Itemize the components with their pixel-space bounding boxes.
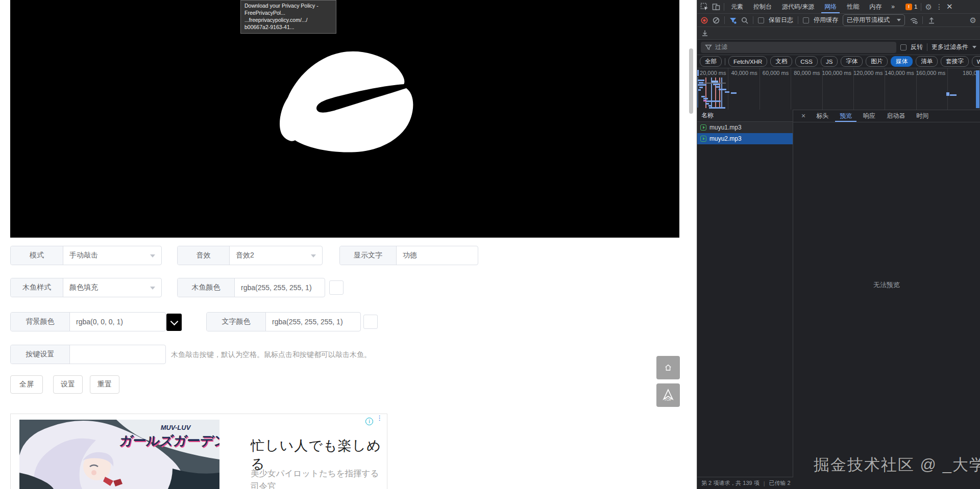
ad-illustration: MUV-LUV ガールズガーデン ガールズガーデン <box>19 420 219 489</box>
network-overview-timeline[interactable]: 20,000 ms40,000 ms60,000 ms80,000 ms100,… <box>697 68 980 110</box>
request-count-summary: 第 2 项请求，共 139 项 <box>701 479 760 487</box>
filter-chip-5[interactable]: 字体 <box>841 56 863 67</box>
filter-chip-4[interactable]: JS <box>821 56 838 67</box>
detail-tab-1[interactable]: 预览 <box>835 110 856 122</box>
filter-chip-1[interactable]: Fetch/XHR <box>728 56 767 67</box>
reset-button[interactable]: 重置 <box>90 375 119 394</box>
key-setting-group: 按键设置 <box>10 345 166 364</box>
request-row-1[interactable]: muyu2.mp3 <box>697 133 793 144</box>
detail-tab-2[interactable]: 响应 <box>859 110 880 122</box>
key-setting-input[interactable] <box>70 345 165 364</box>
ad-card[interactable]: MUV-LUV ガールズガーデン ガールズガーデン 忙しい人でも楽しめる 美少女… <box>10 414 387 489</box>
display-text-label: 显示文字 <box>340 246 397 265</box>
timeline-tick-label: 20,000 ms <box>700 70 726 76</box>
timeline-bar <box>950 94 957 96</box>
record-network-log-icon[interactable] <box>701 17 708 24</box>
filter-chip-6[interactable]: 图片 <box>866 56 888 67</box>
ad-info-icon[interactable]: i <box>365 418 373 425</box>
timeline-column-2: 60,000 ms <box>760 68 791 110</box>
devtools-tab-1[interactable]: 控制台 <box>750 0 775 13</box>
clear-network-log-icon[interactable] <box>713 17 720 24</box>
chevron-down-icon <box>150 287 155 290</box>
issues-button[interactable]: ! 1 <box>905 4 917 10</box>
tooltip-line: b00667a2-9163-41... <box>244 24 332 31</box>
devtools-tab-4[interactable]: 性能 <box>844 0 862 13</box>
divider <box>922 16 923 24</box>
display-text-input[interactable]: 功德 <box>397 246 478 265</box>
play-icon <box>703 137 705 140</box>
timeline-bar <box>697 77 698 108</box>
more-panels-button[interactable]: » <box>888 0 898 13</box>
timeline-tick-label: 180,0 <box>963 70 977 76</box>
request-table-header[interactable]: 名称 <box>697 110 793 122</box>
devtools-menu-icon[interactable]: ⋮ <box>936 3 943 11</box>
devtools-tab-5[interactable]: 内存 <box>866 0 885 13</box>
page-scrollbar-thumb[interactable] <box>689 48 693 114</box>
filter-chip-2[interactable]: 文档 <box>770 56 792 67</box>
back-to-top-button[interactable]: TOP <box>656 383 680 407</box>
export-har-icon[interactable] <box>701 29 709 37</box>
home-icon <box>664 364 672 372</box>
name-column-header: 名称 <box>701 111 714 120</box>
text-color-value: rgba(255, 255, 255, 1) <box>272 318 343 326</box>
audio-file-icon <box>700 136 706 142</box>
request-row-0[interactable]: muyu1.mp3 <box>697 122 793 133</box>
close-detail-icon[interactable]: × <box>797 112 810 120</box>
filter-chip-8[interactable]: 清单 <box>916 56 938 67</box>
text-color-input[interactable]: rgba(255, 255, 255, 1) <box>266 313 360 331</box>
bg-color-swatch[interactable] <box>166 314 182 331</box>
text-color-swatch[interactable] <box>363 315 378 329</box>
devtools-close-icon[interactable]: ✕ <box>946 2 953 11</box>
disable-cache-checkbox[interactable] <box>803 17 809 23</box>
detail-tab-3[interactable]: 启动器 <box>882 110 910 122</box>
devtools-panel: 元素控制台源代码/来源网络性能内存 » ! 1 ⚙ ⋮ ✕ <box>697 0 980 489</box>
inspect-element-icon[interactable] <box>700 3 708 11</box>
filter-chip-0[interactable]: 全部 <box>700 56 722 67</box>
request-type-chips: 全部Fetch/XHR文档CSSJS字体图片媒体清单套接字Wasm其他 <box>697 55 980 68</box>
devtools-tab-2[interactable]: 源代码/来源 <box>779 0 817 13</box>
filter-icon[interactable] <box>729 17 737 24</box>
import-har-icon[interactable] <box>927 16 936 24</box>
muyu-fish-graphic[interactable] <box>276 48 419 161</box>
fish-style-value: 颜色填充 <box>69 283 98 292</box>
filter-chip-9[interactable]: 套接字 <box>941 56 969 67</box>
settings-button[interactable]: 设置 <box>53 375 83 394</box>
filter-chip-3[interactable]: CSS <box>795 56 818 67</box>
fish-color-input[interactable]: rgba(255, 255, 255, 1) <box>235 278 325 297</box>
timeline-bar <box>708 105 711 107</box>
bg-color-input[interactable]: rgba(0, 0, 0, 1) <box>70 313 165 331</box>
devtools-settings-icon[interactable]: ⚙ <box>925 3 932 11</box>
timeline-bar <box>946 92 949 96</box>
network-settings-icon[interactable]: ⚙ <box>970 16 976 24</box>
preserve-log-label: 保留日志 <box>769 16 793 24</box>
text-color-label: 文字颜色 <box>207 313 266 331</box>
more-filters-button[interactable]: 更多过滤条件 <box>932 43 968 52</box>
search-icon[interactable] <box>741 17 748 24</box>
device-toolbar-icon[interactable] <box>712 3 720 11</box>
home-button[interactable] <box>656 356 680 379</box>
fish-color-swatch[interactable] <box>329 280 344 295</box>
invert-filter-checkbox[interactable] <box>900 44 906 50</box>
filter-chip-10[interactable]: Wasm <box>972 56 980 67</box>
ad-menu-icon[interactable]: ⋮ <box>376 417 381 420</box>
fullscreen-button[interactable]: 全屏 <box>10 375 43 394</box>
detail-tab-0[interactable]: 标头 <box>812 110 833 122</box>
filter-input[interactable]: 过滤 <box>701 42 896 53</box>
timeline-bar <box>719 78 720 108</box>
detail-tab-4[interactable]: 时间 <box>912 110 933 122</box>
fish-style-select[interactable]: 颜色填充 <box>63 278 161 297</box>
play-icon <box>703 126 705 129</box>
throttling-select[interactable]: 已停用节流模式 <box>843 14 905 26</box>
preserve-log-checkbox[interactable] <box>758 17 764 23</box>
sound-select[interactable]: 音效2 <box>230 246 322 265</box>
devtools-tab-3[interactable]: 网络 <box>821 0 840 13</box>
network-conditions-icon[interactable] <box>910 16 918 24</box>
filter-chip-7[interactable]: 媒体 <box>891 56 913 67</box>
timeline-bar <box>725 91 729 93</box>
top-label: TOP <box>664 397 672 402</box>
network-toolbar: 保留日志 停用缓存 已停用节流模式 ⚙ <box>697 14 980 27</box>
devtools-tabbar: 元素控制台源代码/来源网络性能内存 » ! 1 ⚙ ⋮ ✕ <box>697 0 980 14</box>
devtools-tab-0[interactable]: 元素 <box>728 0 746 13</box>
mode-select[interactable]: 手动敲击 <box>63 246 161 265</box>
muyu-canvas[interactable] <box>10 0 679 238</box>
